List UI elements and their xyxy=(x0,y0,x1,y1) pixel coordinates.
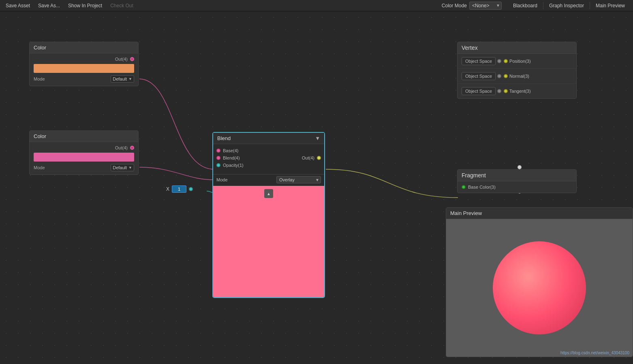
blend-blend-label: Blend(4) xyxy=(223,155,240,160)
x-label: X xyxy=(166,186,169,192)
color-node-2-body: Out(4) Mode Default ▼ xyxy=(30,142,138,175)
blend-blend-in-port[interactable] xyxy=(216,156,220,160)
blackboard-tab[interactable]: Blackboard xyxy=(507,2,543,9)
color-node-1-swatch[interactable] xyxy=(34,64,134,73)
main-preview-tab[interactable]: Main Preview xyxy=(590,2,631,9)
color-node-1: Color Out(4) Mode Default ▼ xyxy=(29,42,139,86)
blend-title: Blend xyxy=(217,135,231,141)
vertex-normal-space-btn[interactable]: Object Space xyxy=(462,72,496,80)
show-in-project-button[interactable]: Show In Project xyxy=(65,2,105,9)
blend-preview: ▲ xyxy=(213,186,324,297)
graph-inspector-tab[interactable]: Graph Inspector xyxy=(543,2,590,9)
blend-opacity-in-port[interactable] xyxy=(216,163,220,167)
color-node-2-mode-row: Mode Default ▼ xyxy=(34,164,134,171)
vertex-node: Vertex Object Space Position(3) Object S… xyxy=(457,42,577,99)
vertex-tangent-in-port[interactable] xyxy=(497,89,501,93)
blend-ports-area: Base(4) Blend(4) Opacity(1) Out(4) xyxy=(213,144,324,174)
blend-out-port[interactable] xyxy=(317,156,321,160)
blend-node: Blend ▼ Base(4) Blend(4) Opacity(1) xyxy=(212,132,325,298)
blend-base-port-row: Base(4) xyxy=(216,148,295,153)
blend-mode-select-wrapper: Overlay ▼ xyxy=(276,176,321,183)
color-node-2-out-label: Out(4) xyxy=(115,145,128,150)
blend-mode-select[interactable]: Overlay xyxy=(276,176,321,183)
color-mode-select-wrapper: <None> ▼ xyxy=(469,2,502,10)
color-node-2-out-row: Out(4) xyxy=(34,145,134,150)
vertex-normal-label: Normal(3) xyxy=(509,74,529,79)
color-node-1-mode-label: Mode xyxy=(34,77,45,81)
blend-base-in-port[interactable] xyxy=(216,149,220,153)
vertex-position-in-port[interactable] xyxy=(497,59,501,63)
color-node-1-mode-row: Mode Default ▼ xyxy=(34,75,134,83)
color-node-2-mode-chevron-icon: ▼ xyxy=(128,166,132,170)
color-node-1-out-label: Out(4) xyxy=(115,57,128,62)
color-node-2-mode-select[interactable]: Default ▼ xyxy=(111,164,134,171)
color-node-2-title: Color xyxy=(34,133,46,139)
blend-mode-label: Mode xyxy=(216,177,228,182)
toolbar: Save Asset Save As... Show In Project Ch… xyxy=(0,0,633,11)
blend-blend-port-row: Blend(4) xyxy=(216,155,295,160)
color-node-1-mode-value: Default xyxy=(113,77,127,81)
vertex-title: Vertex xyxy=(462,45,478,51)
vertex-position-label: Position(3) xyxy=(509,59,531,64)
vertex-position-out-port[interactable] xyxy=(504,59,508,63)
preview-sphere xyxy=(493,241,586,334)
color-node-2-out-port[interactable] xyxy=(130,146,134,150)
main-preview-title: Main Preview xyxy=(450,210,482,216)
blend-outputs: Out(4) xyxy=(299,147,324,172)
blend-mode-row: Mode Overlay ▼ xyxy=(213,174,324,186)
fragment-base-color-port[interactable] xyxy=(462,185,466,189)
blend-out-label: Out(4) xyxy=(302,155,314,160)
color-node-1-header: Color xyxy=(30,42,138,53)
color-node-1-mode-select[interactable]: Default ▼ xyxy=(111,75,134,83)
color-node-1-body: Out(4) Mode Default ▼ xyxy=(30,53,138,86)
blend-opacity-label: Opacity(1) xyxy=(223,163,244,168)
color-mode-select[interactable]: <None> xyxy=(469,2,502,10)
main-preview-body: https://blog.csdn.net/weixin_43043100 xyxy=(446,219,633,357)
blend-preview-collapse-icon[interactable]: ▲ xyxy=(264,189,273,198)
vertex-normal-out-port[interactable] xyxy=(504,74,508,78)
vertex-header: Vertex xyxy=(458,42,576,54)
check-out-button[interactable]: Check Out xyxy=(107,2,137,9)
color-node-2-mode-label: Mode xyxy=(34,165,45,170)
preview-url: https://blog.csdn.net/weixin_43043100 xyxy=(560,351,629,355)
fragment-title: Fragment xyxy=(462,172,486,179)
canvas-area: Color Out(4) Mode Default ▼ Color Out(4) xyxy=(0,11,633,364)
blend-opacity-port-row: Opacity(1) xyxy=(216,163,295,168)
blend-header: Blend ▼ xyxy=(213,133,324,144)
vertex-position-space-btn[interactable]: Object Space xyxy=(462,57,496,65)
vertex-normal-out: Normal(3) xyxy=(504,74,529,79)
color-node-2-mode-value: Default xyxy=(113,165,127,170)
color-node-1-out-port[interactable] xyxy=(130,57,134,61)
vertex-tangent-out-port[interactable] xyxy=(504,89,508,93)
x-input-field[interactable] xyxy=(172,185,186,193)
main-preview-header: Main Preview xyxy=(446,208,633,219)
color-node-2: Color Out(4) Mode Default ▼ xyxy=(29,130,139,175)
color-node-1-out-row: Out(4) xyxy=(34,57,134,62)
vertex-normal-in-port[interactable] xyxy=(497,74,501,78)
main-preview-panel: Main Preview https://blog.csdn.net/weixi… xyxy=(446,207,633,357)
vertex-tangent-space-btn[interactable]: Object Space xyxy=(462,87,496,95)
vertex-normal-row: Object Space Normal(3) xyxy=(458,69,576,84)
color-node-1-title: Color xyxy=(34,45,46,51)
color-mode-area: Color Mode <None> ▼ xyxy=(442,2,502,10)
fragment-header: Fragment xyxy=(458,170,576,181)
color-node-1-mode-chevron-icon: ▼ xyxy=(128,77,132,81)
color-mode-label: Color Mode xyxy=(442,3,467,9)
blend-collapse-icon[interactable]: ▼ xyxy=(315,135,320,141)
vertex-position-row: Object Space Position(3) xyxy=(458,54,576,69)
fragment-node: Fragment Base Color(3) xyxy=(457,169,577,193)
save-asset-button[interactable]: Save Asset xyxy=(2,2,33,9)
panel-tabs: Blackboard Graph Inspector Main Preview xyxy=(507,2,631,9)
save-as-button[interactable]: Save As... xyxy=(35,2,63,9)
color-node-2-swatch[interactable] xyxy=(34,153,134,162)
blend-base-label: Base(4) xyxy=(223,148,239,153)
color-node-2-header: Color xyxy=(30,131,138,142)
vertex-position-out: Position(3) xyxy=(504,59,531,64)
x-output-port[interactable] xyxy=(189,187,193,191)
vertex-tangent-out: Tangent(3) xyxy=(504,89,531,94)
vertex-tangent-label: Tangent(3) xyxy=(509,89,531,94)
fragment-base-color-label: Base Color(3) xyxy=(468,185,496,189)
blend-inputs: Base(4) Blend(4) Opacity(1) xyxy=(213,147,299,172)
fragment-base-color-row: Base Color(3) xyxy=(458,181,576,193)
x-input-node: X xyxy=(166,185,193,193)
